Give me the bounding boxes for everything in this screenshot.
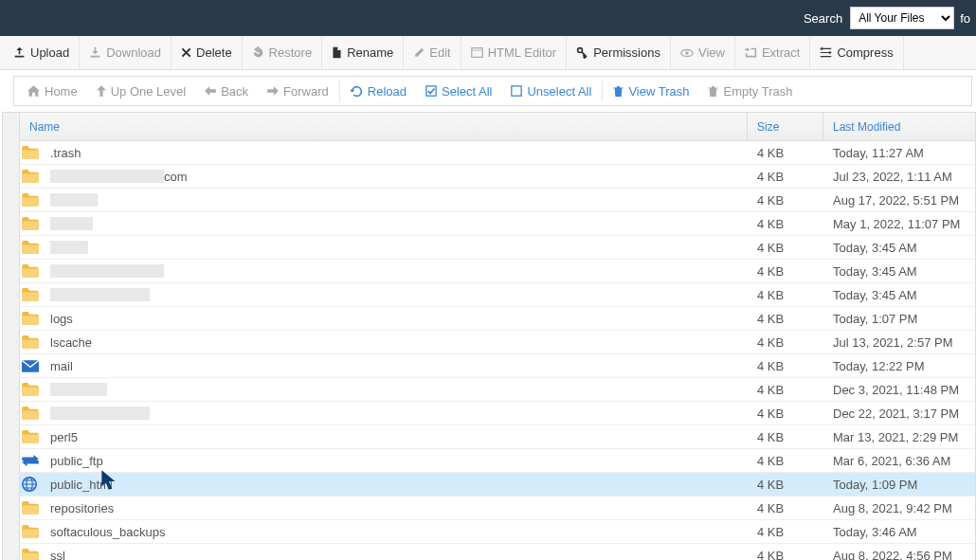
close-icon bbox=[181, 47, 191, 58]
folder-icon bbox=[22, 169, 41, 184]
forward-arrow-icon bbox=[267, 86, 279, 96]
file-modified: Today, 3:45 AM bbox=[823, 264, 975, 279]
file-name-redacted bbox=[50, 217, 93, 230]
file-modified: Today, 1:09 PM bbox=[823, 478, 975, 492]
restore-icon bbox=[252, 46, 264, 59]
file-size: 4 KB bbox=[748, 193, 823, 208]
table-row[interactable]: lscache4 KBJul 13, 2021, 2:57 PM bbox=[20, 331, 975, 354]
file-name-redacted bbox=[50, 193, 98, 207]
file-size: 4 KB bbox=[748, 501, 823, 515]
folder-icon bbox=[22, 382, 41, 397]
compress-button[interactable]: Compress bbox=[810, 36, 903, 69]
table-row[interactable]: 4 KBDec 3, 2021, 11:48 PM bbox=[20, 378, 975, 402]
html-icon bbox=[471, 46, 483, 59]
table-row[interactable]: ssl4 KBAug 8, 2022, 4:56 PM bbox=[20, 544, 975, 560]
file-name: softaculous_backups bbox=[50, 525, 165, 539]
edit-label: Edit bbox=[429, 45, 450, 60]
edit-button[interactable]: Edit bbox=[404, 36, 461, 69]
pencil-icon bbox=[413, 47, 425, 59]
key-icon bbox=[576, 46, 588, 59]
table-row[interactable]: .trash4 KBToday, 11:27 AM bbox=[20, 141, 975, 165]
reload-label: Reload bbox=[368, 84, 407, 99]
file-modified: Today, 3:45 AM bbox=[823, 288, 975, 302]
delete-button[interactable]: Delete bbox=[172, 36, 243, 69]
header-name[interactable]: Name bbox=[29, 120, 60, 134]
view-label: View bbox=[698, 45, 725, 60]
globe-icon bbox=[22, 477, 41, 492]
extract-button[interactable]: Extract bbox=[735, 36, 810, 69]
folder-icon bbox=[22, 240, 41, 255]
checkbox-checked-icon bbox=[425, 85, 437, 97]
file-name: logs bbox=[50, 312, 73, 326]
download-button[interactable]: Download bbox=[80, 36, 172, 69]
file-modified: Today, 12:22 PM bbox=[823, 359, 975, 373]
table-row[interactable]: 4 KBAug 17, 2022, 5:51 PM bbox=[20, 189, 975, 212]
nav-bar: Home Up One Level Back Forward Reload Se… bbox=[13, 76, 972, 106]
html-editor-label: HTML Editor bbox=[488, 45, 556, 60]
unselect-all-label: Unselect All bbox=[527, 84, 591, 99]
compress-icon bbox=[820, 46, 832, 59]
table-row[interactable]: repositories4 KBAug 8, 2021, 9:42 PM bbox=[20, 497, 975, 520]
download-icon bbox=[89, 46, 101, 59]
view-button[interactable]: View bbox=[671, 36, 735, 69]
restore-button[interactable]: Restore bbox=[243, 36, 323, 69]
table-row[interactable]: public_html4 KBToday, 1:09 PM bbox=[20, 473, 975, 497]
file-size: 4 KB bbox=[748, 264, 823, 279]
svg-point-3 bbox=[685, 51, 689, 55]
folder-icon bbox=[22, 429, 41, 444]
table-row[interactable]: 4 KBToday, 3:45 AM bbox=[20, 283, 975, 307]
table-row[interactable]: 4 KBToday, 3:45 AM bbox=[20, 236, 975, 260]
view-trash-button[interactable]: View Trash bbox=[604, 77, 698, 105]
transfer-icon bbox=[22, 453, 41, 468]
table-row[interactable]: public_ftp4 KBMar 6, 2021, 6:36 AM bbox=[20, 449, 975, 473]
folder-icon bbox=[22, 548, 41, 560]
file-size: 4 KB bbox=[748, 478, 823, 492]
file-size: 4 KB bbox=[748, 170, 823, 184]
eye-icon bbox=[680, 48, 694, 58]
table-row[interactable]: 4 KBMay 1, 2022, 11:07 PM bbox=[20, 212, 975, 236]
header-size[interactable]: Size bbox=[757, 120, 779, 134]
back-button[interactable]: Back bbox=[195, 77, 258, 105]
header-modified[interactable]: Last Modified bbox=[833, 120, 966, 134]
rename-button[interactable]: Rename bbox=[322, 36, 404, 69]
file-modified: Today, 3:45 AM bbox=[823, 241, 975, 255]
file-name: ssl bbox=[50, 549, 65, 561]
html-editor-button[interactable]: HTML Editor bbox=[461, 36, 567, 69]
folder-icon bbox=[22, 145, 41, 160]
unselect-all-button[interactable]: Unselect All bbox=[501, 77, 601, 105]
folder-icon bbox=[22, 334, 41, 350]
nav-bar-wrapper: Home Up One Level Back Forward Reload Se… bbox=[0, 70, 976, 112]
table-row[interactable]: logs4 KBToday, 1:07 PM bbox=[20, 307, 975, 331]
search-scope-select[interactable]: All Your Files bbox=[850, 7, 954, 29]
file-size: 4 KB bbox=[748, 430, 823, 444]
table-row[interactable]: 4 KBDec 22, 2021, 3:17 PM bbox=[20, 402, 975, 425]
file-rows: .trash4 KBToday, 11:27 AM com4 KBJul 23,… bbox=[20, 141, 975, 560]
table-row[interactable]: 4 KBToday, 3:45 AM bbox=[20, 260, 975, 283]
permissions-button[interactable]: Permissions bbox=[567, 36, 671, 69]
upload-button[interactable]: Upload bbox=[4, 36, 80, 69]
file-name-redacted bbox=[50, 170, 164, 183]
table-row[interactable]: mail4 KBToday, 12:22 PM bbox=[20, 354, 975, 378]
file-size: 4 KB bbox=[748, 454, 823, 468]
table-row[interactable]: com4 KBJul 23, 2022, 1:11 AM bbox=[20, 165, 975, 189]
file-name-redacted bbox=[50, 241, 88, 254]
home-button[interactable]: Home bbox=[18, 77, 87, 105]
up-label: Up One Level bbox=[111, 84, 187, 99]
table-row[interactable]: softaculous_backups4 KBToday, 3:46 AM bbox=[20, 520, 975, 544]
file-size: 4 KB bbox=[748, 217, 823, 231]
mail-icon bbox=[22, 358, 41, 373]
table-row[interactable]: perl54 KBMar 13, 2021, 2:29 PM bbox=[20, 425, 975, 449]
tree-gutter bbox=[2, 112, 19, 560]
forward-button[interactable]: Forward bbox=[258, 77, 338, 105]
empty-trash-button[interactable]: Empty Trash bbox=[698, 77, 802, 105]
up-button[interactable]: Up One Level bbox=[87, 77, 196, 105]
file-browser: Name Size Last Modified .trash4 KBToday,… bbox=[0, 112, 976, 560]
select-all-button[interactable]: Select All bbox=[416, 77, 501, 105]
extract-label: Extract bbox=[762, 45, 800, 60]
file-name-redacted bbox=[50, 288, 150, 301]
file-size: 4 KB bbox=[748, 241, 823, 255]
reload-button[interactable]: Reload bbox=[341, 77, 416, 105]
main-toolbar: Upload Download Delete Restore Rename Ed… bbox=[0, 36, 976, 70]
file-table: Name Size Last Modified .trash4 KBToday,… bbox=[19, 112, 976, 560]
file-size: 4 KB bbox=[748, 288, 823, 302]
